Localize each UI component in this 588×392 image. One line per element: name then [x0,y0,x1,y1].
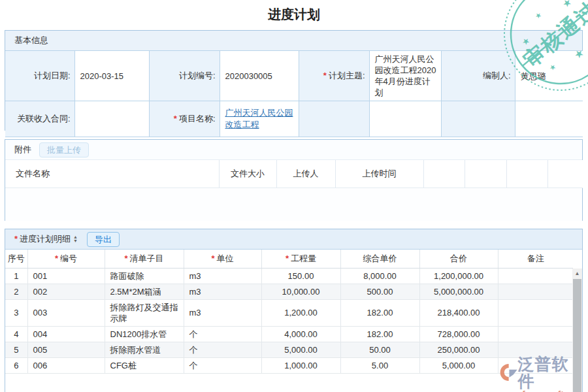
detail-cell [498,357,573,373]
attachments-table: 文件名称文件大小上传人上传时间 [5,160,583,188]
detail-column-header: 综合单价 [340,250,419,268]
export-button[interactable]: 导出 [87,232,120,247]
basic-info-form: 计划日期:2020-03-15计划编号:2020030005*计划主题:广州天河… [5,51,583,137]
form-label-cell: 编制人: [441,51,515,101]
detail-cell: 5 [5,342,27,357]
detail-cell: DN1200排水管 [105,326,184,342]
detail-cell: 728,000.00 [419,326,498,342]
detail-cell: 10,000.00 [261,284,340,299]
detail-cell: 5,000.00 [419,357,498,373]
detail-cell: 个 [184,357,261,373]
progress-detail-title: 进度计划明细 [20,229,71,249]
required-asterisk: * [211,253,214,263]
form-label-cell: *项目名称: [149,101,220,137]
form-value-cell: 2020030005 [220,51,299,101]
attachments-title: 附件 [14,140,31,159]
form-label-cell: *计划主题: [299,51,369,101]
form-value-cell [74,101,149,137]
detail-cell: 2 [5,284,27,299]
detail-cell: 拆除路灯及交通指示牌 [105,299,184,326]
form-value-cell: 黄思璐 [515,51,583,101]
vertical-scrollbar[interactable]: ▲ [572,269,582,392]
table-row: 3003拆除路灯及交通指示牌m31,200.00182.00218,400.00 [5,299,573,326]
detail-cell: 1,200.00 [261,299,340,326]
detail-cell: 个 [184,326,261,342]
attachments-column-header: 文件大小 [219,160,276,188]
detail-cell: 拆除雨水管道 [105,342,184,357]
attachments-column-header [465,160,506,188]
detail-cell: 003 [27,299,105,326]
detail-cell: 005 [27,342,105,357]
sort-toggle-icon[interactable]: ▲ ▼ [73,235,78,243]
detail-cell: 150.00 [261,268,340,284]
attachments-column-header: 文件名称 [5,160,219,188]
form-value-cell [515,101,583,137]
detail-cell [498,299,573,326]
basic-info-header: 基本信息 [5,31,582,51]
detail-cell: 5.00 [340,357,419,373]
detail-column-header: *清单子目 [105,250,184,268]
project-name-link[interactable]: 广州天河人民公园改造工程 [225,108,293,129]
form-value-cell: 广州天河人民公园改造工程 [220,101,299,137]
page-title: 进度计划 [0,0,588,30]
detail-cell: 500.00 [340,284,419,299]
form-label-cell: 计划编号: [149,51,220,101]
required-asterisk: * [323,71,327,80]
detail-cell: 250,000.00 [419,342,498,357]
table-row: 6006CFG桩个1,000.005.005,000.00 [5,357,573,373]
attachments-header: 附件 批量上传 [5,140,582,160]
form-label-cell [299,101,369,137]
attachments-empty-body [5,188,582,221]
required-asterisk: * [14,229,18,249]
detail-column-header: 合价 [419,250,498,268]
detail-cell: 006 [27,357,105,373]
scrollbar-thumb[interactable] [573,279,581,392]
detail-cell: 182.00 [340,326,419,342]
detail-column-header: 序号 [5,250,27,268]
progress-detail-section: * 进度计划明细 ▲ ▼ 导出 序号*编号*清单子目*单位*工程量综合单价合价备… [5,229,583,392]
detail-cell: 002 [27,284,105,299]
detail-cell: CFG桩 [105,357,184,373]
progress-detail-table: 序号*编号*清单子目*单位*工程量综合单价合价备注 1001路面破除m3150.… [5,250,573,374]
detail-cell: 182.00 [340,299,419,326]
form-row: 计划日期:2020-03-15计划编号:2020030005*计划主题:广州天河… [5,51,583,101]
detail-cell [498,342,573,357]
detail-cell: 3 [5,299,27,326]
detail-cell: 个 [184,342,261,357]
attachments-column-header: 上传人 [276,160,335,188]
batch-upload-button[interactable]: 批量上传 [39,142,89,157]
sort-down-icon: ▼ [73,239,78,243]
detail-cell: 5,000,000.00 [419,284,498,299]
detail-column-header: *工程量 [261,250,340,268]
detail-cell: 1,200,000.00 [419,268,498,284]
detail-cell: 4,000.00 [261,326,340,342]
attachments-section: 附件 批量上传 文件名称文件大小上传人上传时间 [5,139,583,221]
detail-cell: m3 [184,268,261,284]
detail-cell: 路面破除 [105,268,184,284]
form-label-cell: 关联收入合同: [5,101,74,137]
form-label-cell: 计划日期: [5,51,74,101]
detail-cell: 2.5M*2M箱涵 [105,284,184,299]
required-asterisk: * [174,114,177,123]
detail-cell: 50.00 [340,342,419,357]
form-label-cell [441,101,515,137]
detail-cell: m3 [184,284,261,299]
scroll-up-arrow-icon[interactable]: ▲ [572,269,582,279]
detail-cell: 4 [5,326,27,342]
detail-cell: 1,000.00 [261,357,340,373]
detail-column-header: *单位 [184,250,261,268]
detail-cell [498,326,573,342]
attachments-column-header [506,160,547,188]
detail-cell: 001 [27,268,105,284]
detail-cell: 6 [5,357,27,373]
attachments-column-header [423,160,465,188]
progress-detail-header: * 进度计划明细 ▲ ▼ 导出 [5,229,582,250]
detail-cell: 5,000.00 [261,342,340,357]
table-row: 20022.5M*2M箱涵m310,000.00500.005,000,000.… [5,284,573,299]
detail-column-header: 备注 [498,250,573,268]
form-row: 关联收入合同:*项目名称:广州天河人民公园改造工程 [5,101,583,137]
form-value-cell: 2020-03-15 [74,51,149,101]
form-value-cell [369,101,441,137]
basic-info-title: 基本信息 [14,31,48,50]
required-asterisk: * [124,253,127,263]
